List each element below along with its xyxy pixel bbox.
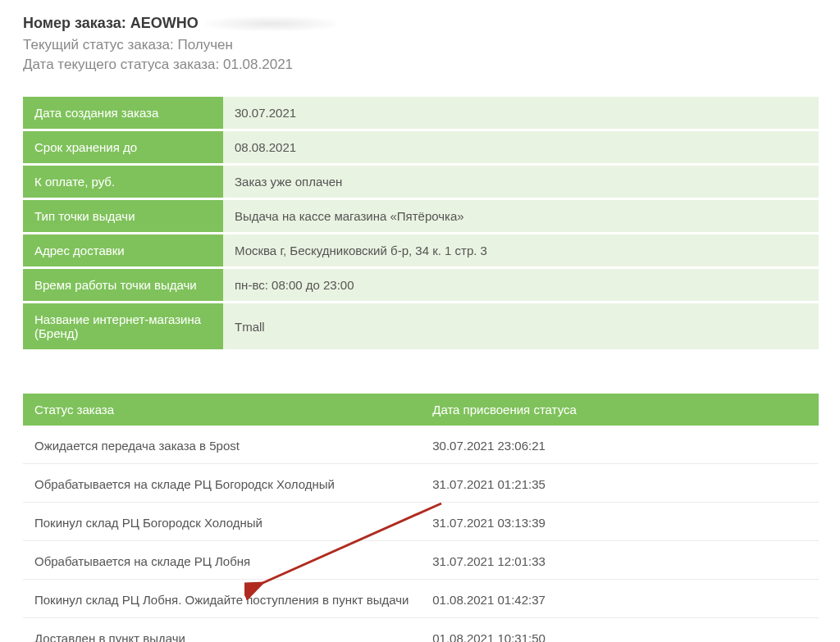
status-row: Обрабатывается на складе РЦ Богородск Хо… [23, 467, 819, 503]
info-row-label: Адрес доставки [23, 234, 223, 266]
status-row-date: 01.08.2021 01:42:37 [421, 582, 819, 618]
info-row: Название интернет-магазина (Бренд)Tmall [23, 303, 819, 349]
order-number-label: Номер заказа: [23, 15, 126, 31]
status-row: Покинул склад РЦ Лобня. Ожидайте поступл… [23, 582, 819, 618]
info-row-value: Москва г, Бескудниковский б-р, 34 к. 1 с… [223, 234, 819, 266]
info-row-label: Название интернет-магазина (Бренд) [23, 303, 223, 349]
page-container: Номер заказа: AEOWHO Текущий статус зака… [23, 15, 819, 642]
info-table: Дата создания заказа30.07.2021Срок хране… [23, 94, 819, 352]
status-row: Ожидается передача заказа в 5post30.07.2… [23, 428, 819, 464]
order-number-line: Номер заказа: AEOWHO [23, 15, 819, 32]
info-row-value: Tmall [223, 303, 819, 349]
status-header-col1: Статус заказа [23, 394, 421, 426]
status-row-status: Доставлен в пункт выдачи [23, 621, 421, 642]
status-row-status: Обрабатывается на складе РЦ Лобня [23, 544, 421, 580]
info-row: Срок хранения до08.08.2021 [23, 131, 819, 163]
order-number-value: AEOWHO [130, 15, 199, 31]
status-row-date: 30.07.2021 23:06:21 [421, 428, 819, 464]
status-row-date: 31.07.2021 01:21:35 [421, 467, 819, 503]
status-row-status: Ожидается передача заказа в 5post [23, 428, 421, 464]
info-row: Тип точки выдачиВыдача на кассе магазина… [23, 200, 819, 232]
status-row-date: 31.07.2021 03:13:39 [421, 505, 819, 541]
info-row: Адрес доставкиМосква г, Бескудниковский … [23, 234, 819, 266]
status-row-status: Покинул склад РЦ Богородск Холодный [23, 505, 421, 541]
status-row-date: 31.07.2021 12:01:33 [421, 544, 819, 580]
redacted-blur [206, 16, 337, 31]
status-row-status: Обрабатывается на складе РЦ Богородск Хо… [23, 467, 421, 503]
info-row: К оплате, руб.Заказ уже оплачен [23, 166, 819, 198]
current-status-label: Текущий статус заказа: [23, 37, 174, 52]
status-row: Доставлен в пункт выдачи01.08.2021 10:31… [23, 621, 819, 642]
info-row-label: Срок хранения до [23, 131, 223, 163]
status-date-line: Дата текущего статуса заказа: 01.08.2021 [23, 57, 819, 73]
status-row: Покинул склад РЦ Богородск Холодный31.07… [23, 505, 819, 541]
current-status-value: Получен [177, 37, 232, 52]
info-row-value: Выдача на кассе магазина «Пятёрочка» [223, 200, 819, 232]
info-row-label: Время работы точки выдачи [23, 269, 223, 301]
info-row-label: Тип точки выдачи [23, 200, 223, 232]
info-row-value: 08.08.2021 [223, 131, 819, 163]
status-date-label: Дата текущего статуса заказа: [23, 57, 219, 72]
status-row-date: 01.08.2021 10:31:50 [421, 621, 819, 642]
info-row-value: 30.07.2021 [223, 97, 819, 129]
status-table: Статус заказа Дата присвоения статуса Ож… [23, 391, 819, 642]
info-row: Время работы точки выдачипн-вс: 08:00 до… [23, 269, 819, 301]
status-row: Обрабатывается на складе РЦ Лобня31.07.2… [23, 544, 819, 580]
info-row-value: пн-вс: 08:00 до 23:00 [223, 269, 819, 301]
info-row-label: К оплате, руб. [23, 166, 223, 198]
info-row: Дата создания заказа30.07.2021 [23, 97, 819, 129]
current-status-line: Текущий статус заказа: Получен [23, 37, 819, 53]
status-row-status: Покинул склад РЦ Лобня. Ожидайте поступл… [23, 582, 421, 618]
status-date-value: 01.08.2021 [223, 57, 293, 72]
status-header-col2: Дата присвоения статуса [421, 394, 819, 426]
info-row-label: Дата создания заказа [23, 97, 223, 129]
info-row-value: Заказ уже оплачен [223, 166, 819, 198]
